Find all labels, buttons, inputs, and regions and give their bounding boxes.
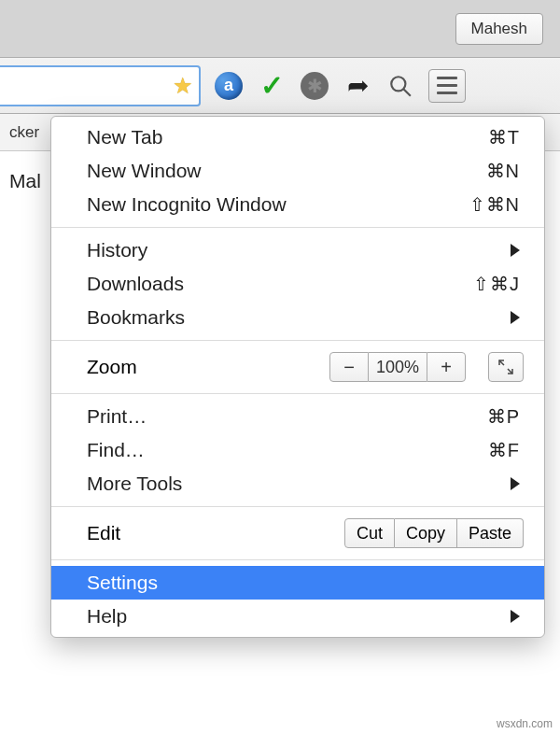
svg-point-0 xyxy=(391,77,405,91)
zoom-out-button[interactable]: − xyxy=(329,352,369,382)
menu-shortcut: ⇧⌘J xyxy=(473,273,520,295)
menu-print[interactable]: Print… ⌘P xyxy=(51,400,544,433)
menu-label: Find… xyxy=(87,439,488,461)
svg-line-1 xyxy=(403,89,411,96)
submenu-arrow-icon xyxy=(511,244,520,257)
menu-label: History xyxy=(87,239,511,261)
menu-shortcut: ⌘F xyxy=(488,439,520,461)
titlebar: Mahesh xyxy=(0,0,560,58)
menu-shortcut: ⌘P xyxy=(487,405,520,428)
menu-zoom: Zoom − 100% + xyxy=(51,346,544,388)
bookmark-bar-item[interactable]: cker xyxy=(9,123,39,142)
menu-settings[interactable]: Settings xyxy=(51,566,544,600)
fullscreen-button[interactable] xyxy=(488,352,524,382)
extension-web-icon[interactable] xyxy=(300,71,329,101)
menu-separator xyxy=(51,559,544,560)
menu-find[interactable]: Find… ⌘F xyxy=(51,433,544,467)
menu-label: Edit xyxy=(87,522,344,544)
menu-label: Downloads xyxy=(87,273,473,295)
toolbar: ★ a ✓ ➦ xyxy=(0,58,560,114)
menu-label: New Tab xyxy=(87,126,488,148)
share-icon[interactable]: ➦ xyxy=(343,71,372,101)
menu-separator xyxy=(51,227,544,228)
copy-button[interactable]: Copy xyxy=(395,518,457,548)
extension-check-icon[interactable]: ✓ xyxy=(257,71,287,101)
menu-label: New Incognito Window xyxy=(87,193,469,216)
chrome-menu: New Tab ⌘T New Window ⌘N New Incognito W… xyxy=(50,116,545,638)
menu-label: Zoom xyxy=(87,356,329,378)
menu-shortcut: ⌘N xyxy=(486,160,520,182)
menu-label: New Window xyxy=(87,160,486,182)
omnibox[interactable]: ★ xyxy=(0,65,201,106)
bookmark-star-icon[interactable]: ★ xyxy=(173,73,193,99)
menu-shortcut: ⌘T xyxy=(488,126,520,148)
menu-new-window[interactable]: New Window ⌘N xyxy=(51,154,544,188)
menu-downloads[interactable]: Downloads ⇧⌘J xyxy=(51,267,544,301)
zoom-in-button[interactable]: + xyxy=(427,352,466,382)
cut-button[interactable]: Cut xyxy=(344,518,395,548)
menu-new-tab[interactable]: New Tab ⌘T xyxy=(51,120,544,154)
page-text: Mal xyxy=(9,170,41,191)
watermark: wsxdn.com xyxy=(497,717,553,730)
menu-bookmarks[interactable]: Bookmarks xyxy=(51,301,544,334)
menu-label: More Tools xyxy=(87,473,511,495)
zoom-control: − 100% + xyxy=(329,352,466,382)
hamburger-menu-button[interactable] xyxy=(428,69,466,103)
menu-separator xyxy=(51,340,544,341)
zoom-value: 100% xyxy=(369,352,427,382)
menu-edit: Edit Cut Copy Paste xyxy=(51,513,544,554)
search-icon[interactable] xyxy=(385,71,415,101)
submenu-arrow-icon xyxy=(511,610,520,623)
menu-label: Print… xyxy=(87,405,487,428)
profile-button[interactable]: Mahesh xyxy=(455,13,543,45)
edit-buttons: Cut Copy Paste xyxy=(344,518,524,548)
menu-separator xyxy=(51,393,544,394)
menu-history[interactable]: History xyxy=(51,233,544,267)
submenu-arrow-icon xyxy=(511,477,520,490)
submenu-arrow-icon xyxy=(511,311,520,324)
menu-label: Help xyxy=(87,605,511,628)
menu-shortcut: ⇧⌘N xyxy=(469,193,520,216)
menu-more-tools[interactable]: More Tools xyxy=(51,467,544,501)
menu-label: Settings xyxy=(87,572,520,594)
extension-a-icon[interactable]: a xyxy=(214,71,244,101)
menu-label: Bookmarks xyxy=(87,306,511,329)
menu-new-incognito[interactable]: New Incognito Window ⇧⌘N xyxy=(51,188,544,221)
paste-button[interactable]: Paste xyxy=(457,518,524,548)
menu-help[interactable]: Help xyxy=(51,600,544,633)
menu-separator xyxy=(51,506,544,507)
